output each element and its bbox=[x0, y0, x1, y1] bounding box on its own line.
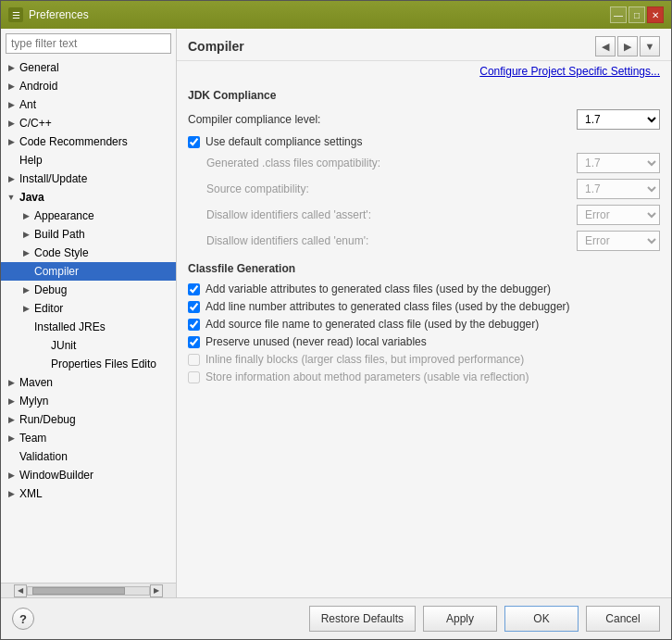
label-compiler: Compiler bbox=[32, 265, 79, 278]
expander-build-path: ▶ bbox=[19, 228, 32, 241]
sidebar-item-general[interactable]: ▶ General bbox=[1, 58, 176, 77]
sidebar-item-install-update[interactable]: ▶ Install/Update bbox=[1, 169, 176, 188]
scroll-right-button[interactable]: ▶ bbox=[150, 584, 163, 597]
sidebar-item-cpp[interactable]: ▶ C/C++ bbox=[1, 114, 176, 132]
sidebar-item-validation[interactable]: ▶ Validation bbox=[1, 447, 176, 466]
label-editor: Editor bbox=[32, 302, 63, 315]
maximize-button[interactable]: □ bbox=[628, 6, 645, 23]
checkbox4-row: Preserve unused (never read) local varia… bbox=[188, 335, 660, 348]
inline-finally-checkbox[interactable] bbox=[188, 354, 200, 366]
help-button[interactable]: ? bbox=[12, 608, 34, 630]
checkbox5-row: Inline finally blocks (larger class file… bbox=[188, 353, 660, 366]
label-code-style: Code Style bbox=[32, 246, 89, 259]
cancel-button[interactable]: Cancel bbox=[586, 606, 660, 632]
sidebar-item-properties-files-editor[interactable]: Properties Files Edito bbox=[1, 355, 176, 373]
compiler-compliance-select[interactable]: 1.7 1.6 1.5 1.4 1.3 bbox=[577, 109, 660, 130]
expander-mylyn: ▶ bbox=[5, 395, 18, 408]
sidebar-item-run-debug[interactable]: ▶ Run/Debug bbox=[1, 410, 176, 429]
scroll-thumb bbox=[32, 587, 125, 595]
dropdown-button[interactable]: ▼ bbox=[640, 36, 660, 56]
expander-maven: ▶ bbox=[5, 376, 18, 389]
label-windowbuilder: WindowBuilder bbox=[18, 469, 93, 482]
sidebar-item-java[interactable]: ▼ Java bbox=[1, 188, 176, 207]
source-compat-row: Source compatibility: 1.7 bbox=[188, 179, 660, 199]
label-android: Android bbox=[18, 80, 57, 93]
expander-cpp: ▶ bbox=[5, 117, 18, 130]
classfile-section-title: Classfile Generation bbox=[188, 262, 660, 275]
restore-defaults-button[interactable]: Restore Defaults bbox=[309, 606, 416, 632]
expander-team: ▶ bbox=[5, 432, 18, 445]
apply-button[interactable]: Apply bbox=[423, 606, 497, 632]
expander-ant: ▶ bbox=[5, 98, 18, 111]
sidebar-item-editor[interactable]: ▶ Editor bbox=[1, 299, 176, 318]
sidebar-item-appearance[interactable]: ▶ Appearance bbox=[1, 207, 176, 225]
configure-link[interactable]: Configure Project Specific Settings... bbox=[177, 61, 671, 82]
label-build-path: Build Path bbox=[32, 228, 85, 241]
disallow-assert-select[interactable]: Error Warning Ignore bbox=[577, 205, 660, 225]
forward-button[interactable]: ▶ bbox=[617, 36, 638, 56]
add-variable-attrs-checkbox[interactable] bbox=[188, 283, 200, 295]
expander-java: ▼ bbox=[5, 191, 18, 204]
back-button[interactable]: ◀ bbox=[595, 36, 616, 56]
sidebar-horizontal-scroll: ◀ ▶ bbox=[1, 583, 176, 597]
sidebar-item-junit[interactable]: JUnit bbox=[1, 336, 176, 355]
minimize-button[interactable]: — bbox=[610, 6, 627, 23]
expander-editor: ▶ bbox=[19, 302, 32, 315]
sidebar-item-mylyn[interactable]: ▶ Mylyn bbox=[1, 392, 176, 410]
title-bar-left: ☰ Preferences bbox=[8, 7, 89, 22]
sidebar-item-maven[interactable]: ▶ Maven bbox=[1, 373, 176, 392]
label-code-recommenders: Code Recommenders bbox=[18, 135, 128, 148]
sidebar-item-help[interactable]: ▶ Help bbox=[1, 151, 176, 169]
cb2-label: Add line number attributes to generated … bbox=[205, 300, 570, 313]
add-source-filename-checkbox[interactable] bbox=[188, 319, 200, 331]
sidebar-item-code-recommenders[interactable]: ▶ Code Recommenders bbox=[1, 132, 176, 151]
expander-code-style: ▶ bbox=[19, 246, 32, 259]
sidebar-item-installed-jres[interactable]: ▶ Installed JREs bbox=[1, 318, 176, 336]
content-header: Compiler ◀ ▶ ▼ bbox=[177, 29, 671, 61]
label-run-debug: Run/Debug bbox=[18, 413, 76, 426]
generated-class-select[interactable]: 1.7 bbox=[577, 153, 660, 173]
label-mylyn: Mylyn bbox=[18, 395, 48, 408]
expander-code-recommenders: ▶ bbox=[5, 135, 18, 148]
store-method-params-checkbox[interactable] bbox=[188, 371, 200, 383]
expander-android: ▶ bbox=[5, 80, 18, 93]
compiler-compliance-row: Compiler compliance level: 1.7 1.6 1.5 1… bbox=[188, 109, 660, 130]
add-line-number-attrs-checkbox[interactable] bbox=[188, 301, 200, 313]
sidebar-item-code-style[interactable]: ▶ Code Style bbox=[1, 244, 176, 262]
cb6-label: Store information about method parameter… bbox=[205, 370, 529, 383]
label-ant: Ant bbox=[18, 98, 36, 111]
bottom-bar: ? Restore Defaults Apply OK Cancel bbox=[1, 597, 671, 639]
sidebar-item-android[interactable]: ▶ Android bbox=[1, 77, 176, 95]
close-button[interactable]: ✕ bbox=[647, 6, 664, 23]
use-default-row: Use default compliance settings bbox=[188, 135, 660, 148]
content-body: JDK Compliance Compiler compliance level… bbox=[177, 82, 671, 597]
sidebar-item-xml[interactable]: ▶ XML bbox=[1, 484, 176, 503]
source-compat-label: Source compatibility: bbox=[206, 182, 577, 195]
source-compat-select[interactable]: 1.7 bbox=[577, 179, 660, 199]
checkbox2-row: Add line number attributes to generated … bbox=[188, 300, 660, 313]
sidebar-item-windowbuilder[interactable]: ▶ WindowBuilder bbox=[1, 466, 176, 484]
jdk-compliance-section-title: JDK Compliance bbox=[188, 89, 660, 102]
use-default-checkbox[interactable] bbox=[188, 136, 200, 148]
label-debug: Debug bbox=[32, 283, 67, 296]
sidebar-item-ant[interactable]: ▶ Ant bbox=[1, 95, 176, 114]
preferences-window: ☰ Preferences — □ ✕ ▶ General bbox=[0, 0, 672, 640]
ok-button[interactable]: OK bbox=[504, 606, 579, 632]
expander-windowbuilder: ▶ bbox=[5, 469, 18, 482]
filter-input[interactable] bbox=[6, 33, 171, 54]
label-team: Team bbox=[18, 432, 46, 445]
sidebar-item-compiler[interactable]: ▶ Compiler bbox=[1, 262, 176, 281]
disallow-enum-select[interactable]: Error Warning Ignore bbox=[577, 231, 660, 251]
label-cpp: C/C++ bbox=[18, 117, 52, 130]
label-maven: Maven bbox=[18, 376, 53, 389]
sidebar-item-team[interactable]: ▶ Team bbox=[1, 429, 176, 447]
sidebar-item-build-path[interactable]: ▶ Build Path bbox=[1, 225, 176, 244]
disallow-assert-label: Disallow identifiers called 'assert': bbox=[206, 208, 577, 221]
label-junit: JUnit bbox=[49, 339, 76, 352]
app-icon: ☰ bbox=[8, 7, 23, 22]
scroll-left-button[interactable]: ◀ bbox=[14, 584, 27, 597]
tree-area: ▶ General ▶ Android ▶ Ant bbox=[1, 58, 176, 583]
sidebar-item-debug[interactable]: ▶ Debug bbox=[1, 281, 176, 299]
disallow-enum-row: Disallow identifiers called 'enum': Erro… bbox=[188, 231, 660, 251]
preserve-unused-checkbox[interactable] bbox=[188, 336, 200, 348]
